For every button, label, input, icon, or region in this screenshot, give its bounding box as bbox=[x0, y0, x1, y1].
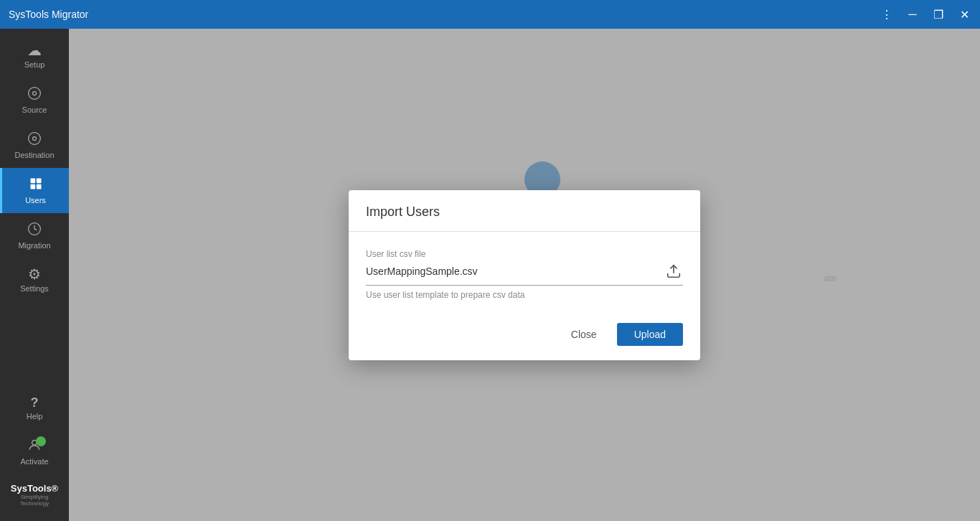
sidebar: ☁ Setup Source Destination bbox=[0, 29, 69, 521]
sidebar-item-destination[interactable]: Destination bbox=[0, 123, 69, 168]
sidebar-item-setup[interactable]: ☁ Setup bbox=[0, 34, 69, 78]
minimize-button[interactable]: ─ bbox=[905, 7, 920, 22]
file-upload-icon[interactable] bbox=[664, 262, 683, 281]
logo-subtext: Simplifying Technology bbox=[6, 494, 63, 507]
sidebar-setup-label: Setup bbox=[24, 60, 45, 69]
dialog-header: Import Users bbox=[349, 190, 700, 232]
sidebar-destination-label: Destination bbox=[14, 151, 54, 159]
csv-file-field: User list csv file Use use bbox=[366, 249, 683, 300]
svg-point-1 bbox=[33, 92, 37, 95]
app-layout: ☁ Setup Source Destination bbox=[0, 29, 980, 521]
close-button[interactable]: Close bbox=[560, 323, 608, 346]
source-icon bbox=[27, 86, 42, 103]
svg-point-3 bbox=[33, 137, 37, 141]
close-button[interactable]: ✕ bbox=[957, 7, 971, 22]
csv-file-input[interactable] bbox=[366, 266, 664, 277]
import-users-dialog: Import Users User list csv file bbox=[349, 190, 700, 360]
sidebar-item-activate[interactable]: Activate bbox=[0, 429, 69, 474]
activate-status-badge bbox=[36, 436, 46, 446]
sidebar-help-label: Help bbox=[27, 412, 43, 421]
sidebar-users-label: Users bbox=[25, 196, 46, 205]
sidebar-item-help[interactable]: ? Help bbox=[0, 388, 69, 429]
csv-file-input-row bbox=[366, 262, 683, 286]
sidebar-item-migration[interactable]: Migration bbox=[0, 213, 69, 258]
csv-file-hint: Use user list template to prepare csv da… bbox=[366, 290, 683, 300]
sidebar-logo: SysTools® Simplifying Technology bbox=[0, 474, 69, 515]
help-icon: ? bbox=[31, 396, 39, 409]
more-menu-button[interactable]: ⋮ bbox=[880, 7, 894, 22]
svg-rect-6 bbox=[30, 184, 35, 189]
app-title: SysTools Migrator bbox=[9, 9, 880, 20]
sidebar-bottom: ? Help Activate SysTools® Simpl bbox=[0, 388, 69, 521]
dialog-overlay: Import Users User list csv file bbox=[69, 29, 980, 521]
users-icon bbox=[29, 177, 43, 193]
setup-icon: ☁ bbox=[27, 43, 42, 57]
sidebar-activate-label: Activate bbox=[20, 457, 48, 466]
csv-file-label: User list csv file bbox=[366, 249, 683, 259]
dialog-body: User list csv file Use use bbox=[349, 232, 700, 314]
settings-icon: ⚙ bbox=[28, 267, 41, 281]
sidebar-item-users[interactable]: Users bbox=[0, 168, 69, 213]
svg-rect-4 bbox=[30, 179, 35, 184]
sidebar-source-label: Source bbox=[22, 105, 47, 114]
upload-button[interactable]: Upload bbox=[617, 323, 683, 346]
maximize-button[interactable]: ❐ bbox=[931, 7, 946, 22]
window-controls: ⋮ ─ ❐ ✕ bbox=[880, 7, 971, 22]
sidebar-migration-label: Migration bbox=[18, 241, 50, 250]
sidebar-settings-label: Settings bbox=[20, 284, 49, 293]
svg-point-0 bbox=[29, 88, 41, 100]
destination-icon bbox=[27, 131, 42, 148]
svg-rect-7 bbox=[36, 184, 41, 189]
migration-icon bbox=[27, 222, 42, 238]
sidebar-item-source[interactable]: Source bbox=[0, 78, 69, 123]
main-content: ate Import Users User list csv file bbox=[69, 29, 980, 521]
logo-text: SysTools® bbox=[6, 483, 63, 494]
titlebar: SysTools Migrator ⋮ ─ ❐ ✕ bbox=[0, 0, 980, 29]
sidebar-item-settings[interactable]: ⚙ Settings bbox=[0, 258, 69, 301]
dialog-footer: Close Upload bbox=[349, 314, 700, 360]
dialog-title: Import Users bbox=[366, 205, 440, 219]
svg-rect-5 bbox=[36, 179, 41, 184]
svg-point-2 bbox=[29, 133, 41, 145]
